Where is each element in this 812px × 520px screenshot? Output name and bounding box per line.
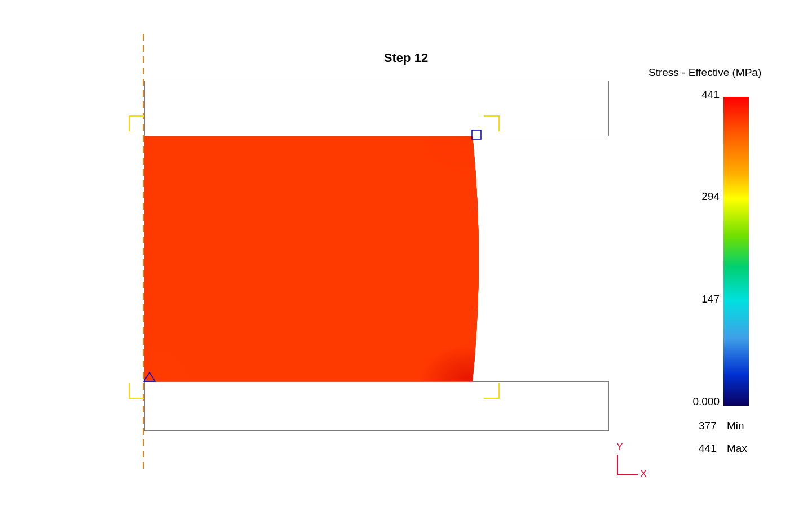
- svg-rect-2: [723, 97, 749, 406]
- legend-title: Stress - Effective (MPa): [648, 66, 761, 79]
- color-legend-bar: [723, 97, 749, 406]
- legend-tick-2: 147: [701, 293, 720, 305]
- legend-tick-1: 294: [701, 190, 720, 203]
- crop-corner-bottom-right-icon: [484, 383, 500, 399]
- plot-title: Step 12: [384, 51, 428, 65]
- min-marker-triangle-icon: [143, 372, 156, 382]
- symmetry-axis-line: [143, 34, 144, 469]
- axis-x-label: X: [640, 468, 647, 480]
- legend-tick-0: 441: [701, 88, 720, 101]
- svg-rect-1: [472, 130, 481, 139]
- bottom-die: [144, 381, 609, 431]
- crop-corner-bottom-left-icon: [129, 383, 144, 399]
- legend-min-label: Min: [727, 420, 744, 432]
- legend-min-value: 377: [699, 420, 717, 432]
- top-die: [144, 81, 609, 136]
- legend-max-value: 441: [699, 442, 717, 455]
- max-marker-square-icon: [471, 130, 483, 141]
- legend-tick-3: 0.000: [692, 395, 720, 408]
- workpiece-contour: [144, 136, 483, 381]
- crop-corner-top-left-icon: [129, 115, 144, 131]
- legend-max-label: Max: [727, 442, 747, 455]
- svg-marker-0: [144, 372, 155, 381]
- crop-corner-top-right-icon: [484, 115, 500, 131]
